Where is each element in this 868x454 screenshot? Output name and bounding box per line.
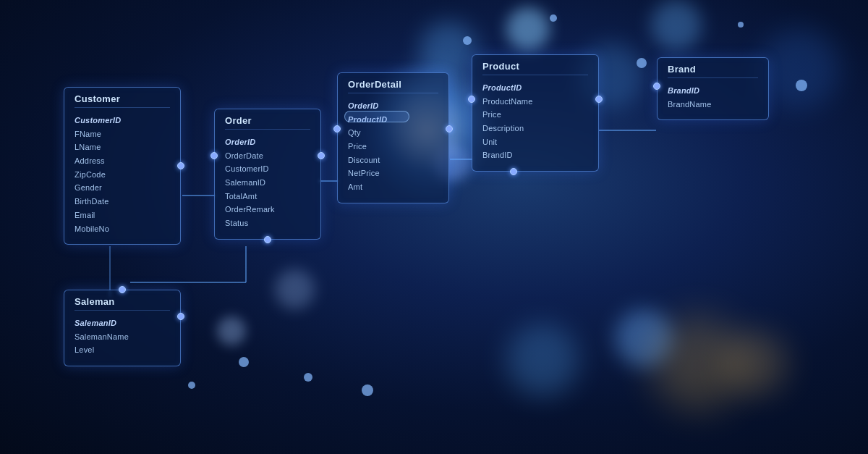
orderdetail-field-3: Price xyxy=(348,140,438,154)
bokeh-light xyxy=(506,7,550,51)
orderdetail-field-5: NetPrice xyxy=(348,167,438,180)
product-table: Product ProductID ProductName Price Desc… xyxy=(472,54,599,172)
saleman-table-header: Saleman xyxy=(75,296,170,311)
customer-field-8: MobileNo xyxy=(75,222,170,236)
product-field-1: ProductName xyxy=(482,95,588,109)
orderdetail-field-4: Discount xyxy=(348,154,438,167)
product-field-4: Unit xyxy=(482,135,588,149)
orderdetail-table: OrderDetail OrderID ProductID Qty Price … xyxy=(337,72,449,203)
customer-field-7: Email xyxy=(75,209,170,222)
bokeh-light xyxy=(275,269,315,309)
order-right-node xyxy=(318,152,325,159)
bokeh-dot xyxy=(637,58,647,68)
saleman-right-node xyxy=(177,313,184,320)
customer-field-1: FName xyxy=(75,127,170,141)
bokeh-dot xyxy=(796,80,807,91)
bokeh-dot xyxy=(362,384,373,396)
order-table-header: Order xyxy=(225,115,310,130)
product-bottom-node xyxy=(510,168,517,175)
customer-field-5: Gender xyxy=(75,181,170,195)
customer-field-6: BirthDate xyxy=(75,195,170,209)
orderdetail-left-node xyxy=(333,125,341,133)
customer-field-3: Address xyxy=(75,154,170,168)
product-table-header: Product xyxy=(482,61,588,75)
product-field-2: Price xyxy=(482,108,588,122)
bokeh-light xyxy=(506,324,579,396)
brand-field-0: BrandID xyxy=(668,84,758,98)
order-field-5: OrderRemark xyxy=(225,203,310,217)
orderdetail-field-2: Qty xyxy=(348,126,438,140)
customer-table-header: Customer xyxy=(75,93,170,108)
customer-field-4: ZipCode xyxy=(75,168,170,182)
order-field-1: OrderDate xyxy=(225,149,310,163)
order-table: Order OrderID OrderDate CustomerID Salem… xyxy=(214,109,321,240)
order-bottom-node xyxy=(264,236,271,243)
saleman-field-1: SalemanName xyxy=(75,330,170,344)
bokeh-dot xyxy=(463,36,472,45)
database-diagram-scene: Customer CustomerID FName LName Address … xyxy=(0,0,868,454)
product-right-node xyxy=(595,96,603,103)
customer-field-2: LName xyxy=(75,140,170,154)
bokeh-light xyxy=(723,331,788,396)
bokeh-dot xyxy=(188,382,195,389)
orderdetail-table-header: OrderDetail xyxy=(348,79,438,93)
customer-field-0: CustomerID xyxy=(75,114,170,127)
order-field-0: OrderID xyxy=(225,135,310,149)
product-field-3: Description xyxy=(482,122,588,135)
bokeh-dot xyxy=(239,357,249,367)
brand-field-1: BrandName xyxy=(668,98,758,112)
saleman-top-node xyxy=(119,286,126,293)
order-field-6: Status xyxy=(225,217,310,230)
productid-highlight xyxy=(344,111,409,122)
bokeh-light xyxy=(760,29,839,109)
saleman-field-2: Level xyxy=(75,343,170,357)
customer-connector-node xyxy=(177,162,184,169)
product-left-node xyxy=(468,96,475,103)
order-field-4: TotalAmt xyxy=(225,190,310,203)
order-field-2: CustomerID xyxy=(225,162,310,176)
order-left-node xyxy=(210,152,218,159)
bokeh-dot xyxy=(304,373,312,382)
order-field-3: SalemanID xyxy=(225,176,310,190)
brand-table-header: Brand xyxy=(668,64,758,78)
saleman-field-0: SalemanID xyxy=(75,316,170,330)
bokeh-light xyxy=(651,0,702,51)
bokeh-light xyxy=(217,316,246,345)
customer-table: Customer CustomerID FName LName Address … xyxy=(64,87,181,245)
product-field-0: ProductID xyxy=(482,81,588,95)
brand-left-node xyxy=(653,83,660,90)
bokeh-dot xyxy=(550,14,557,22)
orderdetail-field-6: Amt xyxy=(348,180,438,194)
brand-table: Brand BrandID BrandName xyxy=(657,57,769,120)
bokeh-dot xyxy=(738,22,744,28)
product-field-5: BrandID xyxy=(482,148,588,162)
saleman-table: Saleman SalemanID SalemanName Level xyxy=(64,290,181,366)
orderdetail-right-node xyxy=(446,125,453,133)
